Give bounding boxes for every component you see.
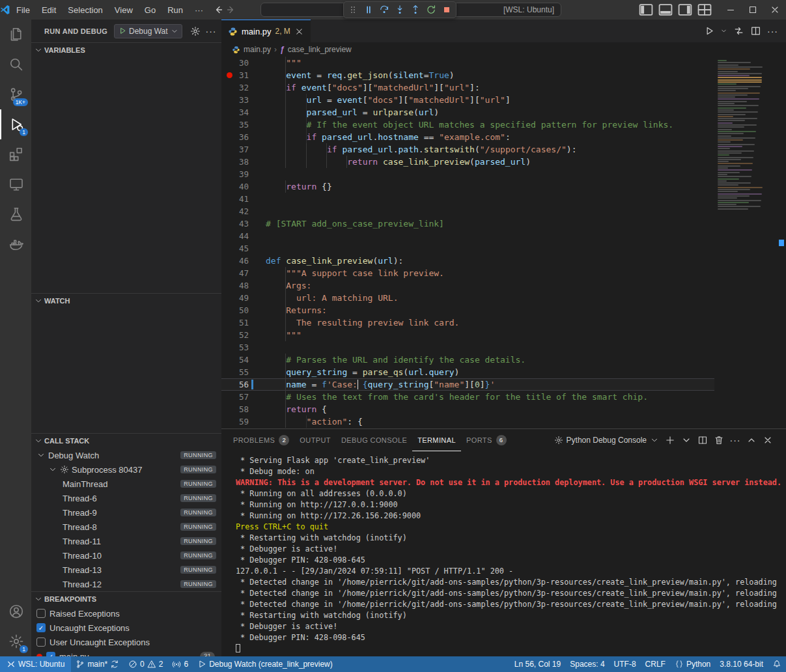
- call-stack-row[interactable]: Thread-6RUNNING: [31, 491, 221, 505]
- minimize-button[interactable]: [720, 0, 742, 20]
- gutter[interactable]: 58: [221, 403, 266, 415]
- cursor-position[interactable]: Ln 56, Col 19: [510, 656, 565, 672]
- breakpoint-row[interactable]: ✓main.py31: [31, 649, 221, 656]
- call-stack-row[interactable]: Debug WatchRUNNING: [31, 448, 221, 462]
- breakpoint-checkbox[interactable]: [36, 609, 46, 618]
- ellipsis-button[interactable]: ···: [730, 435, 740, 445]
- activity-extensions[interactable]: [0, 139, 31, 169]
- gutter[interactable]: 50: [221, 304, 266, 316]
- remote-indicator[interactable]: WSL: Ubuntu: [0, 656, 71, 672]
- code-line-58[interactable]: 58return {: [221, 403, 786, 415]
- back-icon[interactable]: [213, 5, 223, 15]
- gutter[interactable]: 57: [221, 391, 266, 403]
- gutter[interactable]: 52: [221, 329, 266, 341]
- code-line-37[interactable]: 37if parsed_url.path.startswith("/suppor…: [221, 143, 786, 156]
- restart-button[interactable]: [424, 3, 438, 17]
- gutter[interactable]: 30: [221, 57, 266, 69]
- gutter[interactable]: 33: [221, 94, 266, 106]
- chev-down-button[interactable]: [681, 435, 692, 445]
- breadcrumb-item[interactable]: main.py: [244, 45, 271, 54]
- gutter[interactable]: 38: [221, 156, 266, 168]
- breadcrumb-item[interactable]: case_link_preview: [288, 45, 352, 54]
- code-line-36[interactable]: 36if parsed_url.hostname == "example.com…: [221, 131, 786, 143]
- breakpoint-checkbox[interactable]: ✓: [36, 623, 46, 632]
- code-line-38[interactable]: 38return case_link_preview(parsed_url): [221, 156, 786, 168]
- code-line-55[interactable]: 55query_string = parse_qs(url.query): [221, 366, 786, 378]
- gutter[interactable]: 35: [221, 119, 266, 131]
- gutter[interactable]: 55: [221, 366, 266, 378]
- breakpoint-dot[interactable]: [227, 72, 232, 78]
- code-line-52[interactable]: 52""": [221, 329, 786, 341]
- console-selector[interactable]: Python Debug Console: [554, 436, 659, 445]
- code-line-31[interactable]: 31event = req.get_json(silent=True): [221, 69, 786, 81]
- code-line-42[interactable]: 42: [221, 205, 786, 217]
- code-line-34[interactable]: 34parsed_url = urlparse(url): [221, 106, 786, 119]
- code-line-49[interactable]: 49url: A matching URL.: [221, 292, 786, 304]
- ellipsis-button[interactable]: ···: [206, 26, 216, 36]
- launch-config-dropdown[interactable]: Debug Wat: [114, 24, 182, 38]
- gutter[interactable]: 56: [221, 378, 266, 391]
- activity-explorer[interactable]: [0, 20, 31, 49]
- layout-sidebar-left-button[interactable]: [638, 1, 654, 18]
- chev-up-button[interactable]: [746, 435, 757, 445]
- code-line-43[interactable]: 43# [START add_ons_case_preview_link]: [221, 217, 786, 230]
- panel-tab-terminal[interactable]: TERMINAL: [412, 429, 461, 451]
- activity-remote-explorer[interactable]: [0, 169, 31, 199]
- breakpoint-row[interactable]: User Uncaught Exceptions: [31, 635, 221, 649]
- menu-view[interactable]: View: [109, 5, 139, 15]
- activity-settings[interactable]: 1: [0, 626, 31, 656]
- menu-[interactable]: ···: [189, 5, 209, 15]
- menu-run[interactable]: Run: [161, 5, 189, 15]
- code-line-44[interactable]: 44: [221, 230, 786, 242]
- code-line-50[interactable]: 50Returns:: [221, 304, 786, 316]
- code-line-48[interactable]: 48Args:: [221, 279, 786, 292]
- activity-run-and-debug[interactable]: 1: [0, 109, 31, 139]
- call-stack-row[interactable]: Subprocess 80437RUNNING: [31, 462, 221, 477]
- code-line-51[interactable]: 51The resulting preview link card.: [221, 316, 786, 329]
- activity-testing[interactable]: [0, 199, 31, 229]
- gutter[interactable]: 44: [221, 230, 266, 242]
- call-stack-row[interactable]: Thread-9RUNNING: [31, 505, 221, 520]
- gutter[interactable]: 42: [221, 205, 266, 217]
- call-stack-row[interactable]: Thread-10RUNNING: [31, 548, 221, 563]
- code-line-56[interactable]: 56name = f'Case: {query_string["name"][0…: [221, 378, 786, 391]
- code-line-30[interactable]: 30""": [221, 57, 786, 69]
- menu-go[interactable]: Go: [139, 5, 161, 15]
- close-button[interactable]: [763, 435, 773, 445]
- menu-selection[interactable]: Selection: [62, 5, 108, 15]
- split-button[interactable]: [750, 25, 761, 36]
- run-file-button[interactable]: [703, 25, 714, 36]
- activity-search[interactable]: [0, 49, 31, 79]
- code-line-59[interactable]: 59"action": {: [221, 415, 786, 428]
- open-changes-button[interactable]: [733, 25, 744, 36]
- ports-forwarded[interactable]: 6: [167, 656, 193, 672]
- step-over-button[interactable]: [377, 3, 391, 17]
- gutter[interactable]: 37: [221, 143, 266, 156]
- code-line-41[interactable]: 41: [221, 193, 786, 205]
- trash-button[interactable]: [714, 435, 724, 445]
- maximize-button[interactable]: [742, 0, 764, 20]
- step-out-button[interactable]: [408, 3, 423, 17]
- call-stack-row[interactable]: Thread-12RUNNING: [31, 577, 221, 591]
- gutter[interactable]: 32: [221, 81, 266, 94]
- notifications[interactable]: [768, 656, 786, 672]
- code-line-40[interactable]: 40return {}: [221, 180, 786, 193]
- gutter[interactable]: 49: [221, 292, 266, 304]
- pause-button[interactable]: [361, 3, 376, 17]
- code-line-46[interactable]: 46def case_link_preview(url):: [221, 255, 786, 267]
- step-into-button[interactable]: [393, 3, 407, 17]
- code-line-45[interactable]: 45: [221, 242, 786, 255]
- gutter[interactable]: 46: [221, 255, 266, 267]
- gutter[interactable]: 34: [221, 106, 266, 119]
- plus-button[interactable]: [665, 435, 675, 445]
- gutter[interactable]: 48: [221, 279, 266, 292]
- watch-section-header[interactable]: WATCH: [31, 294, 221, 308]
- close-button[interactable]: [764, 0, 786, 20]
- gutter[interactable]: 54: [221, 354, 266, 366]
- gutter[interactable]: 45: [221, 242, 266, 255]
- split-button[interactable]: [697, 435, 708, 445]
- minimap[interactable]: [714, 57, 777, 428]
- gutter[interactable]: 51: [221, 316, 266, 329]
- activity-docker[interactable]: [0, 229, 31, 259]
- menu-file[interactable]: File: [10, 5, 36, 15]
